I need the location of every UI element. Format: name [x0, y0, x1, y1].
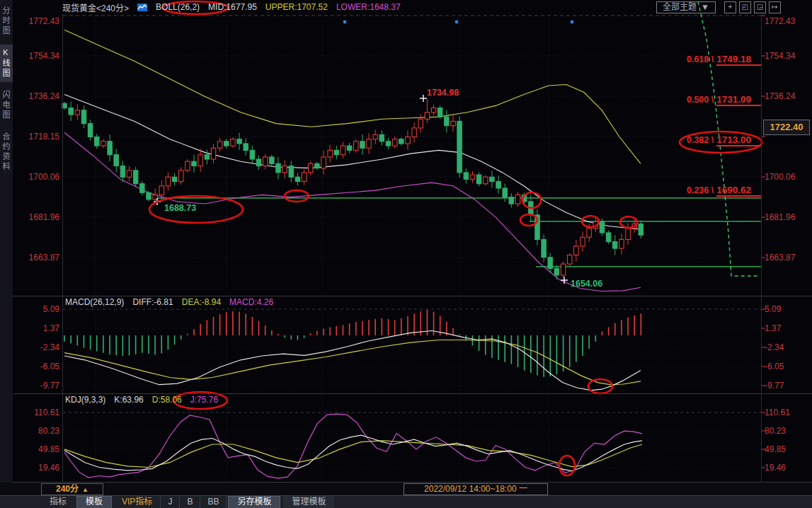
- alert-dot: [343, 21, 347, 24]
- candle-body: [81, 110, 86, 124]
- candle-body: [496, 182, 501, 189]
- candle-body: [282, 166, 287, 173]
- candle-body: [224, 142, 229, 146]
- candle-body: [639, 224, 643, 235]
- candle-body: [244, 144, 248, 151]
- kdj-j-value: J:75.76: [190, 395, 218, 405]
- candle-body: [140, 184, 144, 193]
- bottom-tab-vip-indicators[interactable]: VIP指标: [113, 496, 161, 508]
- candle-body: [334, 150, 338, 154]
- candle-body: [198, 155, 202, 166]
- candle-body: [231, 139, 235, 146]
- period-label: 240分: [56, 484, 79, 494]
- sidebar-item-time-chart[interactable]: 分时图: [0, 3, 13, 40]
- layout-bottomright-icon[interactable]: ◲: [754, 1, 766, 13]
- candle-body: [367, 139, 371, 149]
- candle-body: [211, 148, 215, 159]
- candle-body: [114, 155, 118, 166]
- candle-body: [88, 124, 92, 137]
- macd-dea-value: DEA:-8.94: [182, 297, 221, 307]
- candle-body: [600, 221, 604, 233]
- bottom-tab-b[interactable]: B: [179, 496, 200, 508]
- panel-separator: [13, 393, 812, 394]
- dropdown-arrow-icon: ▼: [701, 2, 709, 13]
- macd-title: MACD(26,12,9): [65, 297, 124, 307]
- period-selector[interactable]: 240分▲: [41, 483, 103, 495]
- candle-body: [354, 142, 358, 151]
- layout-topleft-icon[interactable]: ◰: [739, 1, 751, 13]
- candle-body: [457, 121, 462, 173]
- candle-body: [484, 177, 488, 184]
- candle-body: [321, 157, 326, 168]
- line-chart-icon[interactable]: [137, 4, 147, 11]
- candle-body: [315, 163, 319, 168]
- candle-body: [451, 121, 455, 125]
- bottom-tab-bar: 指标模板VIP指标JBBB另存模板管理模板: [0, 495, 812, 508]
- candle-body: [185, 161, 190, 171]
- chart-canvas[interactable]: [0, 0, 812, 508]
- candle-body: [548, 258, 552, 269]
- macd-macd-value: MACD:4.26: [229, 297, 273, 307]
- sidebar-item-contract-info[interactable]: 合约资料: [0, 129, 13, 175]
- chart-type-sidebar: 分时图 K线图 闪电图 合约资料: [0, 0, 13, 485]
- kdj-d-value: D:58.06: [152, 395, 182, 405]
- expand-right-icon[interactable]: ↦: [769, 1, 781, 13]
- sidebar-item-lightning-chart[interactable]: 闪电图: [0, 87, 13, 124]
- candle-body: [373, 134, 377, 139]
- candle-body: [237, 139, 241, 144]
- candle-body: [69, 108, 73, 115]
- candle-body: [250, 150, 254, 159]
- boll-indicator-label: BOLL(26,2): [156, 2, 200, 12]
- boll-lower-value: LOWER:1648.37: [336, 2, 401, 12]
- candle-body: [75, 110, 79, 115]
- boll-mid-line: [64, 95, 641, 230]
- candle-body: [172, 177, 176, 181]
- candle-body: [574, 246, 578, 255]
- candle-body: [554, 268, 559, 275]
- kdj-k-value: K:63.96: [114, 395, 143, 405]
- crosshair-icon[interactable]: +: [724, 1, 736, 13]
- candle-body: [205, 155, 209, 159]
- candle-body: [619, 239, 624, 248]
- candle-body: [256, 159, 261, 166]
- candle-body: [542, 239, 546, 257]
- candle-body: [445, 117, 449, 126]
- candle-body: [470, 175, 474, 179]
- highlight-ellipse: [149, 196, 243, 223]
- candle-body: [464, 173, 468, 180]
- candle-body: [101, 142, 105, 146]
- candle-body: [134, 171, 138, 184]
- candle-body: [295, 177, 299, 181]
- theme-dropdown-button[interactable]: 全部主题 ▼: [656, 1, 716, 13]
- boll-mid-value: MID:1677.95: [208, 2, 257, 12]
- header-toolbar: +◰◲↦: [724, 1, 781, 13]
- candle-body: [276, 163, 280, 173]
- bottom-tab-save-template-as[interactable]: 另存模板: [228, 496, 280, 508]
- sidebar-item-kline-chart[interactable]: K线图: [0, 45, 13, 82]
- highlight-ellipse: [588, 379, 612, 393]
- candle-body: [425, 112, 429, 120]
- candle-body: [95, 137, 99, 146]
- bottom-tab-j[interactable]: J: [160, 496, 180, 508]
- alert-dot: [455, 21, 459, 24]
- bottom-tab-indicators[interactable]: 指标: [41, 496, 75, 508]
- candle-body: [431, 108, 435, 112]
- highlight-ellipse: [680, 132, 762, 153]
- candle-body: [626, 229, 630, 240]
- candle-body: [613, 242, 617, 249]
- candle-body: [159, 186, 164, 195]
- bottom-tab-templates[interactable]: 模板: [76, 496, 112, 508]
- candle-body: [360, 142, 365, 149]
- time-axis-row: 240分▲ 2022/09/12 14:00~18:00 一: [0, 483, 812, 495]
- last-price-box: 1722.40: [763, 120, 810, 135]
- candle-body: [127, 171, 131, 178]
- candle-body: [503, 188, 507, 197]
- bottom-tab-manage-templates[interactable]: 管理模板: [283, 496, 334, 508]
- triangle-up-icon: ▲: [82, 486, 88, 493]
- candle-body: [476, 175, 481, 184]
- candle-body: [302, 173, 306, 182]
- selected-bar-time-range: 2022/09/12 14:00~18:00 一: [404, 483, 548, 495]
- candle-body: [263, 157, 268, 166]
- bottom-tab-bb[interactable]: BB: [200, 496, 227, 508]
- boll-upper-value: UPPER:1707.52: [265, 2, 328, 12]
